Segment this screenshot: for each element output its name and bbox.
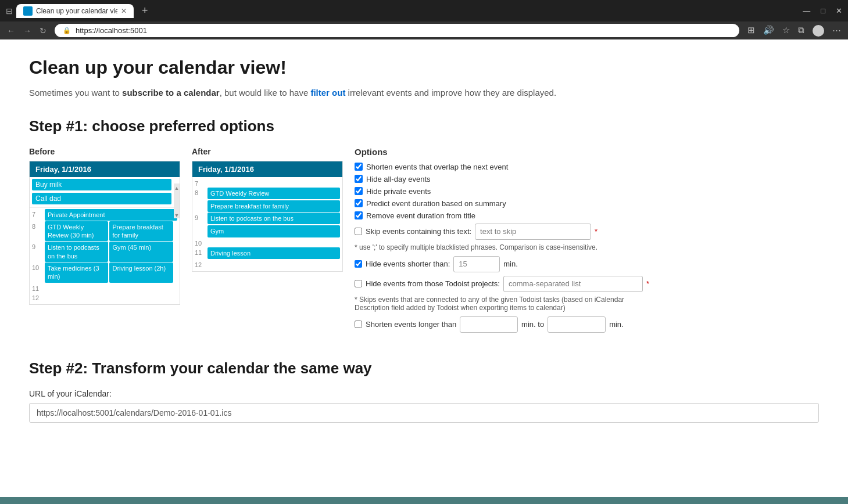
minimize-button[interactable]: — xyxy=(803,6,810,15)
event-driving-lesson: Driving lesson (2h) xyxy=(109,262,173,283)
step2-title: Step #2: Transform your calendar the sam… xyxy=(29,359,819,377)
back-button[interactable]: ← xyxy=(7,26,15,35)
maximize-button[interactable]: □ xyxy=(821,6,825,15)
url-label: URL of your iCalendar: xyxy=(29,389,819,398)
after-label: After xyxy=(192,147,343,156)
address-bar[interactable]: 🔒 https://localhost:5001 xyxy=(55,24,739,37)
more-options-icon[interactable]: ⋯ xyxy=(832,25,841,37)
after-event-breakfast: Prepare breakfast for family xyxy=(207,200,340,212)
shorten-longer-to-input[interactable] xyxy=(548,316,606,333)
immersive-reader-icon[interactable]: ⊞ xyxy=(747,25,755,37)
time-row-12: 12 xyxy=(32,293,177,301)
time-label-10: 10 xyxy=(32,262,45,271)
options-panel: Options Shorten events that overlap the … xyxy=(355,147,819,336)
close-button[interactable]: ✕ xyxy=(836,6,842,15)
browser-toolbar-icons: ⊞ 🔊 ☆ ⧉ ⋯ xyxy=(747,25,841,37)
after-event-driving: Driving lesson xyxy=(207,247,340,259)
label-remove-duration-title: Remove event duration from title xyxy=(366,211,475,220)
all-day-events-list: Buy milk Call dad xyxy=(32,179,171,206)
new-tab-button[interactable]: + xyxy=(137,3,153,18)
after-cal-header: Friday, 1/1/2016 xyxy=(192,161,342,177)
label-shorten-longer: Shorten events longer than xyxy=(366,320,456,329)
before-calendar-wrap: Friday, 1/1/2016 Buy milk Call dad ▲ ▼ xyxy=(29,161,180,305)
time-row-7: 7 Private Appointment xyxy=(32,209,177,221)
time-row-9: 9 Listen to podcasts on the bus Gym (45 … xyxy=(32,242,177,262)
option-skip-events: Skip events containing this text: * xyxy=(355,224,819,240)
after-time-label-8: 8 xyxy=(195,188,207,196)
event-listen-podcasts: Listen to podcasts on the bus xyxy=(45,242,108,262)
forward-button[interactable]: → xyxy=(23,26,31,35)
shorten-longer-from-input[interactable] xyxy=(460,316,518,333)
ical-url-input[interactable] xyxy=(29,403,819,423)
checkbox-hide-private[interactable] xyxy=(355,187,363,195)
demo-section: Before Friday, 1/1/2016 Buy milk Call da… xyxy=(29,147,819,336)
after-time-row-12: 12 xyxy=(195,260,340,268)
hide-shorter-value-input[interactable] xyxy=(453,256,500,272)
events-col-9: Listen to podcasts on the bus Gym (45 mi… xyxy=(45,242,177,262)
scroll-up-arrow[interactable]: ▲ xyxy=(174,183,180,192)
options-title: Options xyxy=(355,147,819,157)
event-buy-milk: Buy milk xyxy=(32,179,171,190)
sidebar-toggle-icon[interactable]: ⊟ xyxy=(6,6,13,16)
event-prepare-breakfast: Prepare breakfast for family xyxy=(109,221,173,242)
page-title: Clean up your calendar view! xyxy=(29,57,819,78)
event-call-dad: Call dad xyxy=(32,193,171,204)
profile-icon[interactable] xyxy=(813,25,824,37)
after-time-row-7: 7 xyxy=(195,178,340,187)
skip-hint: * use ';' to specify multiple blackliste… xyxy=(355,243,819,251)
window-controls: — □ ✕ xyxy=(803,6,842,15)
url-text: https://localhost:5001 xyxy=(76,26,147,35)
close-tab-button[interactable]: ✕ xyxy=(121,7,127,15)
step1-title: Step #1: choose preferred options xyxy=(29,117,819,135)
step2-section: Step #2: Transform your calendar the sam… xyxy=(29,359,819,423)
todoist-input[interactable] xyxy=(503,276,643,292)
after-time-label-10: 10 xyxy=(195,238,207,247)
events-col-10: Take medicines (3 min) Driving lesson (2… xyxy=(45,262,177,283)
before-calendar: Friday, 1/1/2016 Buy milk Call dad ▲ ▼ xyxy=(29,161,180,305)
cal-scroll-indicator: ▲ ▼ xyxy=(174,183,180,218)
time-label-7: 7 xyxy=(32,209,45,218)
subtitle-bold-subscribe: subscribe to a calendar xyxy=(122,88,220,98)
after-calendar-wrap: Friday, 1/1/2016 7 8 GTD Weekly Review xyxy=(192,161,343,272)
shorten-longer-unit1: min. to xyxy=(521,320,544,329)
checkbox-hide-shorter[interactable] xyxy=(355,260,362,268)
checkbox-remove-duration-title[interactable] xyxy=(355,211,363,219)
option-shorten-longer: Shorten events longer than min. to min. xyxy=(355,316,819,333)
checkbox-predict-duration[interactable] xyxy=(355,199,363,207)
checkbox-shorten-overlap[interactable] xyxy=(355,163,363,171)
all-day-events-area: Buy milk Call dad ▲ ▼ xyxy=(30,177,180,208)
skip-asterisk: * xyxy=(595,227,597,236)
events-col-8: GTD Weekly Review (30 min) Prepare break… xyxy=(45,221,177,242)
hide-shorter-unit: min. xyxy=(503,260,518,268)
option-hide-shorter: Hide events shorter than: min. xyxy=(355,256,819,272)
favorites-icon[interactable]: ☆ xyxy=(782,25,790,37)
checkbox-todoist[interactable] xyxy=(355,280,362,287)
tab-favicon xyxy=(23,6,33,16)
checkbox-hide-allday[interactable] xyxy=(355,175,363,183)
after-time-label-11: 11 xyxy=(195,247,207,256)
after-events-col-8: GTD Weekly Review Prepare breakfast for … xyxy=(207,188,340,213)
page-content: Clean up your calendar view! Sometimes y… xyxy=(0,39,848,497)
refresh-button[interactable]: ↻ xyxy=(40,26,46,35)
collections-icon[interactable]: ⧉ xyxy=(798,25,804,37)
after-column: After Friday, 1/1/2016 7 8 xyxy=(192,147,343,272)
skip-text-input[interactable] xyxy=(475,224,591,240)
after-calendar: Friday, 1/1/2016 7 8 GTD Weekly Review xyxy=(192,161,343,272)
browser-tab[interactable]: Clean up your calendar view! - C ✕ xyxy=(16,4,134,18)
label-hide-allday: Hide all-day events xyxy=(366,175,431,183)
before-label: Before xyxy=(29,147,180,156)
scroll-down-arrow[interactable]: ▼ xyxy=(174,213,180,218)
before-column: Before Friday, 1/1/2016 Buy milk Call da… xyxy=(29,147,180,305)
todoist-asterisk: * xyxy=(646,279,649,288)
time-label-9: 9 xyxy=(32,242,45,250)
subtitle-highlight-filter: filter out xyxy=(310,88,345,98)
time-label-11: 11 xyxy=(32,283,45,292)
after-event-gtd: GTD Weekly Review xyxy=(207,188,340,199)
time-row-10: 10 Take medicines (3 min) Driving lesson… xyxy=(32,262,177,283)
checkbox-shorten-longer[interactable] xyxy=(355,321,362,328)
read-aloud-icon[interactable]: 🔊 xyxy=(763,25,774,37)
todoist-hint: * Skips events that are connected to any… xyxy=(355,296,645,312)
label-predict-duration: Predict event duration based on summary xyxy=(366,199,506,208)
checkbox-skip-events[interactable] xyxy=(355,228,362,235)
event-gym: Gym (45 min) xyxy=(109,242,173,262)
